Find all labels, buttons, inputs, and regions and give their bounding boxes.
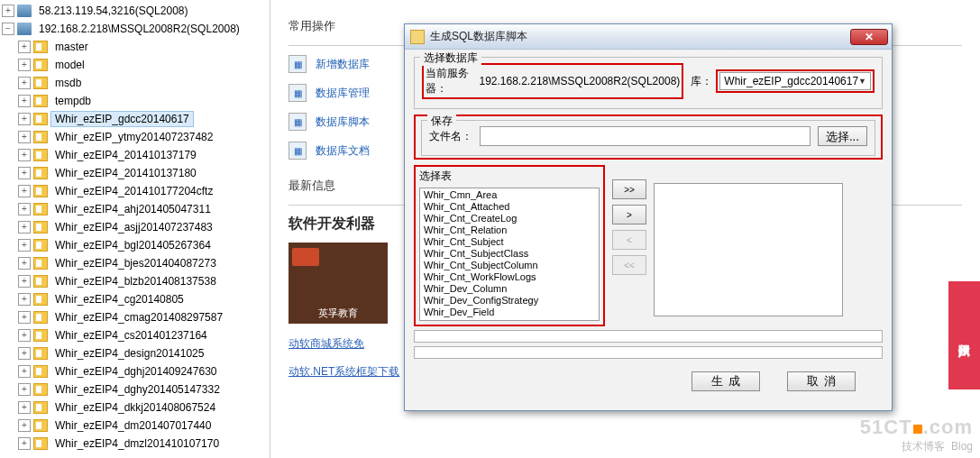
remove-all-button[interactable]: <<: [612, 255, 646, 275]
operation-label: 数据库脚本: [316, 114, 370, 130]
filename-input[interactable]: [480, 126, 811, 146]
database-node[interactable]: +Whir_ezEIP4_201410137180: [0, 164, 270, 182]
database-node[interactable]: +Whir_ezEIP4_201410137179: [0, 146, 270, 164]
available-tables-listbox[interactable]: Whir_Cmn_AreaWhir_Cnt_AttachedWhir_Cnt_C…: [419, 188, 600, 321]
database-label: model: [50, 57, 89, 73]
database-label: Whir_ezEIP4_dmzl201410107170: [50, 435, 224, 452]
expand-icon[interactable]: +: [18, 401, 31, 414]
table-item[interactable]: Whir_Cnt_Attached: [420, 201, 599, 213]
expand-icon[interactable]: +: [2, 5, 14, 17]
server-node[interactable]: +58.213.119.54,3216(SQL2008): [0, 2, 270, 20]
table-item[interactable]: Whir_Dev_Field: [420, 307, 599, 318]
database-icon: [33, 41, 48, 53]
table-item[interactable]: Whir_Cnt_Subject: [420, 236, 599, 248]
database-label: Whir_ezEIP_ytmy201407237482: [50, 129, 217, 145]
expand-icon[interactable]: +: [18, 167, 31, 179]
watermark: 51CT.com 技术博客 Blog: [860, 416, 973, 454]
expand-icon[interactable]: +: [18, 437, 31, 450]
database-icon: [33, 131, 48, 143]
database-node[interactable]: +Whir_ezEIP4_bjes201404087273: [0, 254, 270, 272]
expand-icon[interactable]: +: [18, 239, 31, 252]
expand-icon[interactable]: +: [18, 311, 31, 324]
server-node[interactable]: −192.168.2.218\MSSQL2008R2(SQL2008): [0, 20, 270, 38]
database-label: Whir_ezEIP4_cmag201408297587: [50, 309, 227, 325]
expand-icon[interactable]: +: [18, 293, 31, 306]
database-node[interactable]: +Whir_ezEIP4_cmag201408297587: [0, 308, 270, 326]
table-item[interactable]: Whir_Cnt_Relation: [420, 224, 599, 236]
table-item[interactable]: Whir_Cnt_SubjectColumn: [420, 260, 599, 271]
database-node[interactable]: +Whir_ezEIP4_201410177204cftz: [0, 182, 270, 200]
database-node[interactable]: +Whir_ezEIP4_dmzl201410107170: [0, 435, 270, 453]
add-button[interactable]: >: [612, 205, 646, 224]
database-label: Whir_ezEIP4_201410137179: [50, 147, 201, 163]
database-label: Whir_ezEIP4_bjes201404087273: [50, 255, 221, 271]
dialog-title: 生成SQL数据库脚本: [430, 29, 850, 44]
database-node[interactable]: +Whir_ezEIP4_cs201401237164: [0, 326, 270, 344]
database-node[interactable]: +tempdb: [0, 92, 270, 110]
expand-icon[interactable]: +: [18, 419, 31, 432]
expand-icon[interactable]: +: [18, 113, 31, 125]
close-button[interactable]: ✕: [850, 29, 888, 45]
database-node[interactable]: +Whir_ezEIP4_dghy201405147332: [0, 380, 270, 398]
table-item[interactable]: Whir_Cnt_WorkFlowLogs: [420, 271, 599, 283]
database-icon: [33, 149, 48, 161]
database-node[interactable]: +Whir_ezEIP4_ahj201405047311: [0, 200, 270, 218]
side-ad[interactable]: 仅限广州: [948, 281, 980, 389]
expand-icon[interactable]: +: [18, 257, 31, 270]
expand-icon[interactable]: +: [18, 365, 31, 378]
database-node[interactable]: +Whir_ezEIP4_dm201407017440: [0, 417, 270, 435]
database-node[interactable]: +model: [0, 56, 270, 74]
database-label: Whir_ezEIP4_cs201401237164: [50, 327, 212, 344]
table-item[interactable]: Whir_Dev_ConfigStrategy: [420, 295, 599, 307]
cancel-button[interactable]: 取消: [787, 371, 856, 391]
expand-icon[interactable]: +: [18, 77, 31, 89]
add-all-button[interactable]: >>: [612, 179, 646, 199]
database-icon: [33, 221, 48, 234]
operation-icon: ▦: [289, 142, 307, 160]
expand-icon[interactable]: +: [18, 95, 31, 107]
server-icon: [17, 23, 32, 35]
database-node[interactable]: +Whir_ezEIP_ytmy201407237482: [0, 128, 270, 146]
database-node[interactable]: +Whir_ezEIP4_cg20140805: [0, 290, 270, 308]
table-item[interactable]: Whir_Cnt_CreateLog: [420, 213, 599, 224]
database-label: Whir_ezEIP4_design20141025: [50, 345, 208, 362]
database-node[interactable]: +Whir_ezEIP4_asjj201407237483: [0, 218, 270, 236]
selected-tables-listbox[interactable]: [654, 183, 843, 316]
table-item[interactable]: Whir_Cmn_Area: [420, 189, 599, 201]
database-node[interactable]: +master: [0, 38, 270, 56]
database-label: Whir_ezEIP4_asjj201407237483: [50, 219, 217, 235]
database-node[interactable]: +Whir_ezEIP4_blzb201408137538: [0, 272, 270, 290]
database-icon: [33, 311, 48, 324]
dialog-titlebar[interactable]: 生成SQL数据库脚本 ✕: [405, 24, 892, 50]
database-node[interactable]: +Whir_ezEIP4_dkkj201408067524: [0, 398, 270, 417]
expand-icon[interactable]: +: [18, 221, 31, 234]
database-node[interactable]: +Whir_ezEIP4_design20141025: [0, 344, 270, 362]
expand-icon[interactable]: +: [18, 59, 31, 71]
database-tree[interactable]: +58.213.119.54,3216(SQL2008)−192.168.2.2…: [0, 0, 270, 458]
expand-icon[interactable]: +: [18, 329, 31, 342]
table-item[interactable]: Whir_Dev_Column: [420, 283, 599, 295]
expand-icon[interactable]: +: [18, 347, 31, 360]
database-node[interactable]: +Whir_ezEIP4_bgl201405267364: [0, 236, 270, 254]
database-dropdown[interactable]: Whir_ezEIP_gdcc20140617 ▼: [719, 72, 871, 90]
expand-icon[interactable]: +: [18, 185, 31, 197]
expand-icon[interactable]: +: [18, 131, 31, 143]
ad-banner[interactable]: 英孚教育: [289, 243, 388, 324]
database-node[interactable]: +Whir_ezEIP_gdcc20140617: [0, 110, 270, 128]
table-item[interactable]: Whir_Cnt_SubjectClass: [420, 248, 599, 260]
database-node[interactable]: +msdb: [0, 74, 270, 92]
table-item[interactable]: Whir_Dev_Form: [420, 318, 599, 321]
expand-icon[interactable]: +: [18, 275, 31, 288]
generate-button[interactable]: 生成: [691, 371, 760, 391]
expand-icon[interactable]: +: [18, 203, 31, 215]
expand-icon[interactable]: +: [18, 41, 31, 53]
expand-icon[interactable]: +: [18, 149, 31, 161]
database-node[interactable]: +Whir_ezEIP4_dghj201409247630: [0, 362, 270, 380]
expand-icon[interactable]: +: [18, 383, 31, 396]
browse-button[interactable]: 选择...: [818, 126, 867, 146]
remove-button[interactable]: <: [612, 230, 646, 250]
collapse-icon[interactable]: −: [2, 23, 14, 35]
database-icon: [33, 329, 48, 342]
database-icon: [33, 185, 48, 197]
database-label: tempdb: [50, 93, 96, 109]
